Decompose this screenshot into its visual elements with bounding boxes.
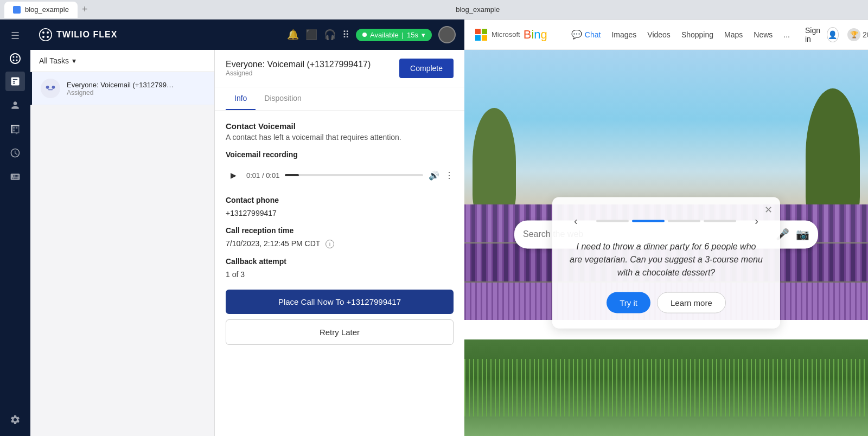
detail-body: Contact Voicemail A contact has left a v… [215, 111, 464, 436]
svg-point-6 [40, 29, 52, 41]
browser-tab[interactable]: blog_example [4, 2, 78, 18]
card-close-button[interactable]: ✕ [764, 204, 773, 216]
bing-nav-chat[interactable]: 💬 Chat [567, 27, 605, 42]
all-tasks-label: All Tasks [39, 56, 69, 65]
sign-in-button[interactable]: Sign in 👤 [805, 26, 839, 43]
suggestion-dot-1 [596, 220, 629, 222]
twilio-logo-icon [9, 52, 22, 65]
task-list-panel: All Tasks ▾ Everyone: Voicemail (+131279… [30, 50, 215, 436]
contact-voicemail-desc: A contact has left a voicemail that requ… [226, 133, 454, 142]
status-timer: 15s [407, 31, 418, 39]
volume-button[interactable]: 🔊 [429, 170, 439, 181]
contact-phone-label: Contact phone [226, 196, 454, 204]
suggestion-prev-button[interactable]: ‹ [570, 213, 582, 229]
task-voicemail-icon [41, 79, 60, 98]
status-chevron: ▾ [422, 31, 425, 39]
new-tab-button[interactable]: + [82, 4, 88, 15]
call-reception-info-icon[interactable]: i [326, 240, 334, 248]
place-call-button[interactable]: Place Call Now To +13127999417 [226, 290, 454, 314]
microsoft-label: Microsoft [492, 30, 520, 39]
status-dot [362, 33, 367, 37]
svg-rect-14 [482, 35, 487, 41]
tree-right [806, 88, 860, 224]
bing-nav-news[interactable]: News [749, 27, 777, 42]
suggestion-dot-2 [632, 220, 665, 222]
bing-search-icons: 🎤 📷 [776, 228, 809, 241]
debug-icon[interactable]: ⬛ [305, 29, 317, 41]
points-value: 200 [863, 30, 868, 39]
svg-point-1 [16, 56, 18, 58]
call-reception-label: Call reception time [226, 226, 454, 235]
play-button[interactable]: ▶ [226, 168, 241, 183]
contact-voicemail-title: Contact Voicemail [226, 121, 454, 131]
learn-more-button[interactable]: Learn more [657, 292, 726, 313]
bing-g: g [541, 28, 547, 41]
contact-phone-value: +13127999417 [226, 209, 454, 217]
detail-panel: Everyone: Voicemail (+13127999417) Assig… [215, 50, 464, 436]
task-list-header: All Tasks ▾ [30, 50, 214, 72]
sidebar-tasks-icon[interactable] [5, 72, 25, 91]
chat-bubble-icon: 💬 [571, 29, 582, 40]
bing-nav-images[interactable]: Images [607, 27, 641, 42]
sidebar-settings-icon[interactable] [5, 410, 25, 429]
notification-icon[interactable]: 🔔 [287, 29, 299, 41]
complete-button[interactable]: Complete [399, 59, 454, 78]
sidebar-keyboard-icon[interactable] [5, 167, 25, 187]
bing-n: n [534, 28, 540, 41]
browser-tab-favicon [13, 6, 21, 14]
points-icon: 🏆 [847, 28, 860, 41]
sidebar-table-icon[interactable] [5, 119, 25, 139]
bing-label: Bing [524, 28, 547, 42]
bing-nav-videos[interactable]: Videos [643, 27, 675, 42]
suggestion-dots [582, 220, 751, 222]
browser-address-bar: blog_example [92, 5, 864, 14]
audio-progress-track[interactable] [285, 174, 423, 176]
suggestion-next-button[interactable]: › [750, 213, 763, 229]
flex-content: All Tasks ▾ Everyone: Voicemail (+131279… [30, 50, 464, 436]
callback-attempt-label: Callback attempt [226, 257, 454, 266]
bing-logo: Microsoft Bing [475, 28, 547, 42]
audio-player: ▶ 0:01 / 0:01 🔊 ⋮ [226, 163, 454, 187]
all-tasks-chevron: ▾ [72, 56, 76, 65]
sidebar-menu-icon[interactable]: ☰ [5, 26, 25, 46]
points-badge: 🏆 200 [847, 28, 868, 41]
user-avatar[interactable] [438, 26, 456, 43]
bing-nav-more[interactable]: ... [779, 27, 794, 42]
status-badge[interactable]: Available | 15s ▾ [356, 29, 432, 41]
bing-nav-maps[interactable]: Maps [720, 27, 747, 42]
grass-detail [464, 359, 868, 417]
retry-later-button[interactable]: Retry Later [226, 319, 454, 345]
browser-tab-title: blog_example [25, 5, 69, 14]
suggestion-dot-4 [704, 220, 736, 222]
grid-icon[interactable]: ⠿ [342, 29, 349, 41]
svg-rect-12 [482, 29, 487, 34]
sidebar-clock-icon[interactable] [5, 143, 25, 163]
suggestion-buttons: Try it Learn more [570, 292, 763, 313]
headset-icon[interactable]: 🎧 [324, 29, 336, 41]
svg-rect-13 [475, 35, 481, 41]
audio-time: 0:01 / 0:01 [246, 171, 279, 179]
flex-logo-text: TWILIO FLEX [56, 30, 117, 40]
try-it-button[interactable]: Try it [607, 292, 650, 313]
visual-search-button[interactable]: 📷 [796, 228, 809, 241]
tab-disposition[interactable]: Disposition [256, 87, 310, 110]
bing-nav-right: Sign in 👤 🏆 200 ≡ [805, 26, 868, 43]
audio-more-button[interactable]: ⋮ [445, 170, 454, 181]
sidebar-person-icon[interactable] [5, 95, 25, 115]
flex-logo: TWILIO FLEX [39, 28, 117, 41]
detail-header: Everyone: Voicemail (+13127999417) Assig… [215, 50, 464, 87]
bing-panel: Microsoft Bing 💬 Chat Images Videos Shop… [464, 20, 868, 436]
svg-point-8 [47, 31, 49, 34]
bing-navbar: Microsoft Bing 💬 Chat Images Videos Shop… [464, 20, 868, 50]
flex-topbar: TWILIO FLEX 🔔 ⬛ 🎧 ⠿ Available | 15s ▾ [30, 20, 464, 50]
all-tasks-button[interactable]: All Tasks ▾ [39, 56, 206, 65]
status-label: Available [370, 31, 399, 39]
microsoft-logo-icon [475, 29, 487, 41]
suggestion-dot-3 [668, 220, 700, 222]
task-item[interactable]: Everyone: Voicemail (+13127999... Assign… [30, 72, 214, 105]
tab-info[interactable]: Info [226, 87, 256, 110]
flex-topbar-right: 🔔 ⬛ 🎧 ⠿ Available | 15s ▾ [287, 26, 456, 43]
bing-nav-shopping[interactable]: Shopping [677, 27, 718, 42]
bing-b: B [524, 28, 532, 41]
sign-in-avatar-icon: 👤 [827, 27, 839, 42]
